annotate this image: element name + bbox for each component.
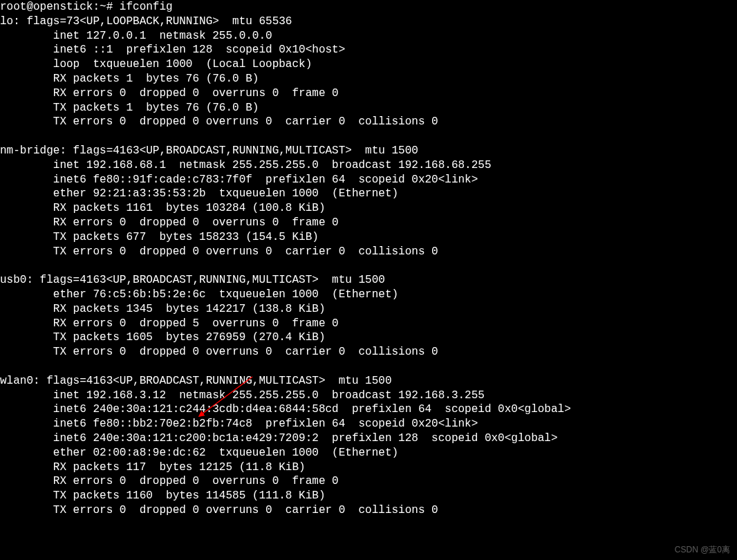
watermark-text: CSDN @蓝0离 xyxy=(675,545,730,556)
terminal-output[interactable]: root@openstick:~# ifconfig lo: flags=73<… xyxy=(0,0,737,518)
